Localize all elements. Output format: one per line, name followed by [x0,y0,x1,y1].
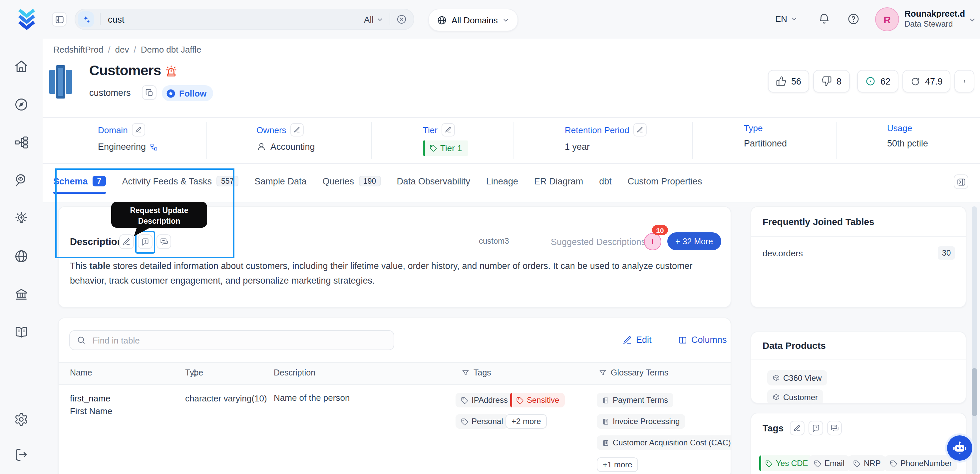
column-header-tags[interactable]: Tags [461,368,491,377]
tag-pill[interactable]: Email [808,455,850,471]
tier-badge[interactable]: Tier 1 [423,140,468,156]
filter-funnel-icon[interactable] [461,369,469,377]
meta-owners: Owners Accounting [256,123,315,152]
edit-retention-button[interactable] [633,123,647,137]
tab-activity-feeds[interactable]: Activity Feeds & Tasks557 [122,176,239,186]
sidebar-item-governance[interactable] [14,287,29,302]
breadcrumb-item-connection[interactable]: RedshiftProd [53,45,103,55]
tab-queries[interactable]: Queries190 [322,176,380,186]
sidebar-item-lineage[interactable] [14,135,29,150]
edit-tags-button[interactable] [790,421,805,435]
meta-value[interactable]: Engineering [98,142,146,152]
table-row[interactable]: first_name First Name character varying(… [59,383,730,474]
find-in-table-input[interactable] [91,334,387,346]
glossary-more-pill[interactable]: +1 more [597,457,638,472]
tab-badge: 7 [92,176,106,186]
column-header-glossary[interactable]: Glossary Terms [599,368,668,377]
copy-name-button[interactable] [142,85,156,100]
pencil-icon [793,424,801,432]
meta-value[interactable]: Accounting [270,142,315,152]
tab-custom-properties[interactable]: Custom Properties [628,176,702,186]
tag-pill-yes-cde[interactable]: Yes CDE [759,455,813,471]
joined-table-count: 30 [938,247,955,259]
tags-more-pill[interactable]: +2 more [506,414,547,429]
package-icon [773,393,780,401]
copilot-chat-button[interactable] [947,435,972,461]
glossary-term-pill[interactable]: Customer Acquisition Cost (CAC) [597,435,731,450]
annotation-tooltip: Request Update Description [111,202,207,227]
clear-search-icon[interactable] [396,14,407,25]
global-search[interactable]: All [75,9,414,30]
user-menu[interactable]: R Rounakpreet.d Data Steward [875,0,980,39]
search-scope-label: All [364,14,374,24]
collapse-right-panel-button[interactable] [954,174,968,189]
data-product-pill[interactable]: Customer [767,390,823,403]
tab-lineage[interactable]: Lineage [486,176,518,186]
suggested-user-avatar[interactable]: I [644,233,661,250]
language-selector[interactable]: EN [775,14,798,24]
breadcrumb: RedshiftProd / dev / Demo dbt Jaffle [53,45,201,55]
glossary-term-pill[interactable]: Payment Terms [597,393,673,407]
sidebar-item-glossary[interactable] [14,325,29,339]
help-button[interactable] [847,13,860,25]
notifications-button[interactable] [818,13,830,25]
column-header-description[interactable]: Description [274,368,315,377]
page-scrollbar-track[interactable] [972,206,977,474]
edit-table-button[interactable]: Edit [623,335,652,345]
glossary-term-pill[interactable]: Invoice Processing [597,414,685,429]
search-input[interactable] [107,14,364,25]
column-header-type[interactable]: Type [185,368,203,377]
breadcrumb-item-database[interactable]: dev [115,45,129,55]
tag-pill[interactable]: NRP [848,455,886,471]
search-icon [76,336,86,345]
edit-description-button[interactable] [119,234,134,249]
tab-schema[interactable]: Schema7 [53,176,106,186]
announcement-icon[interactable] [164,65,178,78]
edit-tier-button[interactable] [442,123,455,137]
edit-domain-button[interactable] [132,123,145,137]
workflow-icon [14,135,29,150]
comment-question-icon [811,424,820,433]
column-header-name[interactable]: Name [70,368,198,377]
more-actions-button[interactable] [955,70,974,92]
downvote-button[interactable]: 8 [813,70,850,92]
sidebar-item-settings[interactable] [14,412,29,427]
top-bar: All All Domains EN R Rounakpreet.d [43,0,980,39]
tab-data-observability[interactable]: Data Observability [396,176,470,186]
tags-comments-button[interactable] [827,421,842,435]
tag-icon [461,418,468,425]
request-description-update-button[interactable] [138,234,153,249]
views-button[interactable]: 62 [857,70,899,92]
tab-dbt[interactable]: dbt [599,176,612,186]
description-comments-button[interactable] [156,234,171,249]
tag-pill-sensitive[interactable]: Sensitive [510,393,565,407]
manage-columns-button[interactable]: Columns [678,335,727,345]
request-tags-update-button[interactable] [808,421,823,435]
sidebar-item-observability[interactable] [14,173,29,188]
lightbulb-icon [14,211,29,226]
sidebar-item-web[interactable] [14,249,29,264]
search-scope-dropdown[interactable]: All [364,14,383,24]
tag-pill[interactable]: PhoneNumber [885,455,957,471]
sidebar-item-insights[interactable] [14,211,29,226]
breadcrumb-item-schema[interactable]: Demo dbt Jaffle [141,45,202,55]
sidebar-item-home[interactable] [14,59,29,74]
upvote-button[interactable]: 56 [768,70,809,92]
sidebar-item-discover[interactable] [14,97,29,112]
filter-funnel-icon[interactable] [599,369,607,377]
tab-sample-data[interactable]: Sample Data [255,176,306,186]
page-scrollbar-thumb[interactable] [972,368,977,416]
tag-pill[interactable]: IPAddress [455,393,513,407]
data-product-pill[interactable]: C360 View [767,370,827,385]
popularity-button[interactable]: 47.9 [902,70,951,92]
sidebar-item-logout[interactable] [14,447,29,462]
domains-filter-dropdown[interactable]: All Domains [428,9,519,31]
tab-er-diagram[interactable]: ER Diagram [534,176,583,186]
collapse-sidebar-button[interactable] [52,12,67,27]
joined-table-row[interactable]: dev.orders 30 [751,244,966,266]
edit-owners-button[interactable] [290,123,304,137]
tag-pill[interactable]: Personal [455,414,509,429]
suggestions-more-button[interactable]: + 32 More [667,232,721,250]
follow-button[interactable]: Follow [162,85,213,101]
app-logo[interactable] [15,7,39,31]
